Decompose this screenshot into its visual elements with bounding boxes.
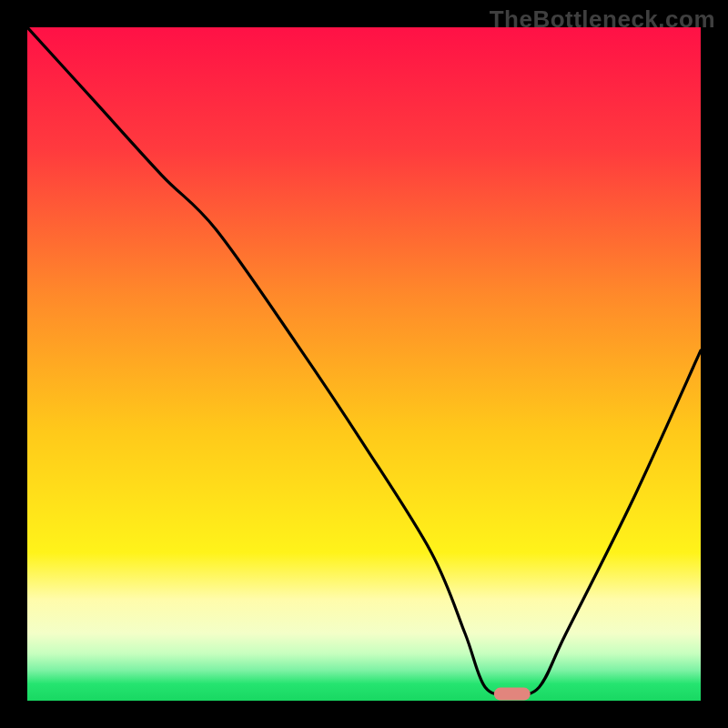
optimal-marker xyxy=(494,688,531,701)
chart-background-gradient xyxy=(27,27,701,701)
chart-plot-area xyxy=(27,27,701,701)
chart-frame: TheBottleneck.com xyxy=(0,0,728,728)
chart-svg xyxy=(27,27,701,701)
